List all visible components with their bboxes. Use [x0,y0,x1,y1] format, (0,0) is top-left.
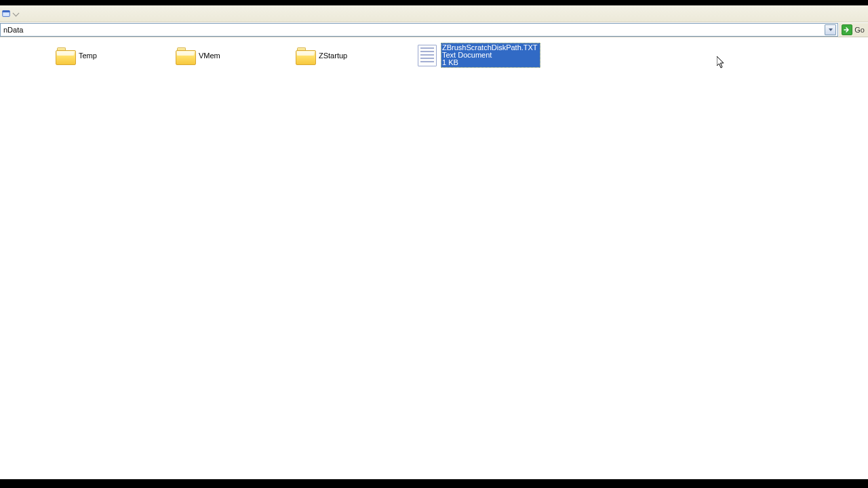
chevron-down-icon [13,9,20,16]
textfile-icon [416,45,438,66]
svg-rect-1 [3,11,10,13]
folder-label: Temp [77,52,97,60]
folder-item-zstartup[interactable]: ZStartup [294,44,347,67]
file-size: 1 KB [442,59,538,66]
explorer-window: nData Go Temp VMem [0,5,868,477]
address-bar: nData Go [0,22,868,37]
folder-label: VMem [197,52,220,60]
go-button[interactable]: Go [838,23,868,37]
folder-item-temp[interactable]: Temp [54,44,97,67]
go-label: Go [854,26,865,34]
file-list[interactable]: Temp VMem ZStartup ZBrushScratchDiskPath… [0,37,868,479]
folder-icon [294,47,317,64]
address-path: nData [3,26,23,34]
system-menu-icon[interactable] [1,9,11,18]
file-info: ZBrushScratchDiskPath.TXT Text Document … [441,43,540,68]
address-dropdown-button[interactable] [825,24,836,35]
address-input[interactable]: nData [0,23,838,37]
file-item-selected[interactable]: ZBrushScratchDiskPath.TXT Text Document … [416,43,540,68]
folder-item-vmem[interactable]: VMem [174,44,220,67]
chevron-down-icon [829,28,833,31]
go-arrow-icon [842,24,852,35]
folder-icon [54,47,77,64]
folder-label: ZStartup [317,52,347,60]
folder-icon [174,47,197,64]
titlebar [0,5,868,22]
